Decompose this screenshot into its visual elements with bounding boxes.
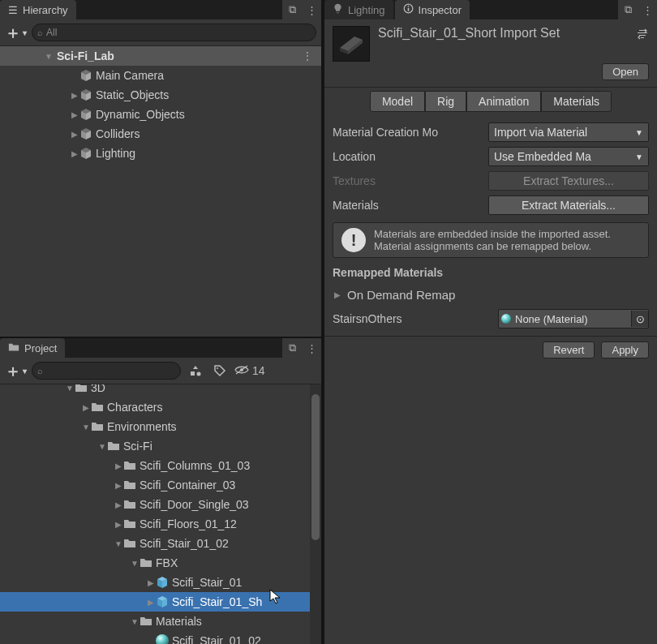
hierarchy-item[interactable]: ▶Dynamic_Objects: [0, 105, 321, 124]
extract-materials-button[interactable]: Extract Materials...: [488, 195, 649, 215]
foldout-icon[interactable]: ▶: [333, 290, 342, 299]
foldout-icon[interactable]: ▶: [114, 481, 123, 490]
svg-point-1: [217, 367, 218, 369]
hierarchy-search-input[interactable]: ⌕ All: [32, 24, 316, 41]
foldout-icon[interactable]: ▶: [70, 130, 79, 139]
hierarchy-item[interactable]: ▶Lighting: [0, 144, 321, 163]
project-item[interactable]: ▼3D: [0, 384, 321, 397]
project-item-label: Scifi_Stair_01_02: [140, 537, 229, 550]
hierarchy-scene-menu-icon[interactable]: ⋮: [302, 49, 313, 62]
project-item-label: Scifi_Door_Single_03: [140, 498, 249, 511]
foldout-icon[interactable]: ▶: [81, 403, 91, 412]
location-dropdown[interactable]: Use Embedded Ma ▼: [488, 147, 649, 166]
info-message-text: Materials are embedded inside the import…: [374, 228, 640, 252]
project-item[interactable]: ▼Scifi_Stair_01_02: [0, 534, 321, 553]
project-filter-by-type-icon[interactable]: [186, 361, 205, 380]
project-add-button[interactable]: ＋▾: [5, 360, 27, 382]
foldout-icon[interactable]: ▶: [114, 520, 123, 529]
info-message: ! Materials are embedded inside the impo…: [333, 222, 649, 258]
apply-button[interactable]: Apply: [601, 341, 649, 358]
folder-icon: [140, 615, 152, 628]
subtab-model[interactable]: Model: [370, 91, 425, 112]
hierarchy-scene-row[interactable]: ▼ Sci-Fi_Lab ⋮: [0, 46, 321, 66]
inspector-preset-icon[interactable]: [636, 26, 649, 43]
inspector-detach-icon[interactable]: ⧉: [618, 0, 638, 19]
prefab-icon: [156, 576, 169, 589]
project-item[interactable]: ▼Sci-Fi: [0, 436, 321, 456]
materials-row: Materials Extract Materials...: [324, 193, 657, 217]
asset-thumbnail: [333, 26, 370, 62]
hierarchy-item[interactable]: Main Camera: [0, 66, 321, 85]
inspector-tab[interactable]: Inspector: [395, 0, 470, 19]
foldout-icon[interactable]: ▼: [44, 52, 54, 61]
hierarchy-detach-icon[interactable]: ⧉: [282, 0, 302, 19]
hierarchy-item-label: Static_Objects: [96, 88, 169, 101]
material-slot-field[interactable]: None (Material) ⊙: [498, 309, 649, 328]
hierarchy-add-button[interactable]: ＋▾: [5, 22, 27, 44]
project-item-label: Scifi_Columns_01_03: [140, 459, 250, 472]
folder-icon: [91, 401, 104, 414]
foldout-icon[interactable]: ▼: [81, 423, 91, 431]
hierarchy-menu-icon[interactable]: ⋮: [302, 0, 321, 19]
lighting-tab[interactable]: Lighting: [324, 0, 393, 19]
foldout-icon[interactable]: ▶: [146, 598, 156, 607]
foldout-icon[interactable]: ▶: [146, 578, 156, 587]
subtab-rig[interactable]: Rig: [425, 91, 466, 112]
project-item[interactable]: ▼FBX: [0, 553, 321, 573]
foldout-icon[interactable]: ▼: [130, 617, 140, 626]
project-item[interactable]: ▶Scifi_Door_Single_03: [0, 495, 321, 514]
foldout-icon[interactable]: ▶: [70, 149, 79, 158]
info-icon: [403, 3, 414, 16]
foldout-icon[interactable]: ▶: [114, 500, 123, 509]
project-tab[interactable]: Project: [0, 338, 65, 358]
material-slot-value: None (Material): [513, 313, 631, 325]
foldout-icon[interactable]: ▼: [97, 442, 107, 451]
extract-textures-button: Extract Textures...: [488, 171, 649, 191]
foldout-icon[interactable]: ▼: [130, 559, 140, 568]
hierarchy-tab[interactable]: ☰ Hierarchy: [0, 0, 76, 19]
lighting-tab-label: Lighting: [348, 4, 385, 16]
project-item[interactable]: ▶Scifi_Stair_01: [0, 573, 321, 592]
project-item-label: Environments: [107, 420, 177, 433]
hierarchy-item[interactable]: ▶Colliders: [0, 124, 321, 144]
project-item[interactable]: ▶Scifi_Container_03: [0, 475, 321, 495]
chevron-down-icon: ▼: [635, 128, 643, 137]
inspector-menu-icon[interactable]: ⋮: [638, 0, 657, 19]
subtab-animation[interactable]: Animation: [466, 91, 541, 112]
project-item[interactable]: ▼Materials: [0, 612, 321, 631]
object-picker-icon[interactable]: ⊙: [631, 311, 648, 327]
project-detach-icon[interactable]: ⧉: [282, 338, 302, 358]
subtab-materials[interactable]: Materials: [541, 91, 612, 112]
on-demand-remap-row[interactable]: ▶ On Demand Remap: [324, 282, 657, 307]
project-item[interactable]: Scifi_Stair_01_02: [0, 631, 321, 644]
foldout-icon[interactable]: ▶: [114, 462, 123, 470]
hierarchy-item[interactable]: ▶Static_Objects: [0, 85, 321, 105]
material-creation-mode-value: Import via Material: [494, 126, 587, 139]
project-menu-icon[interactable]: ⋮: [302, 338, 321, 358]
hierarchy-item-label: Colliders: [96, 127, 140, 140]
project-item[interactable]: ▶Scifi_Columns_01_03: [0, 456, 321, 475]
project-hidden-toggle[interactable]: 14: [234, 364, 265, 378]
foldout-icon[interactable]: ▶: [70, 91, 79, 100]
hierarchy-item-label: Lighting: [96, 147, 135, 160]
lightbulb-icon: [333, 3, 343, 16]
foldout-icon[interactable]: ▼: [65, 384, 75, 393]
foldout-icon[interactable]: ▼: [114, 539, 123, 548]
open-button[interactable]: Open: [602, 63, 649, 80]
hierarchy-tab-label: Hierarchy: [23, 4, 68, 16]
project-scrollbar[interactable]: [310, 384, 321, 644]
project-item[interactable]: ▶Scifi_Floors_01_12: [0, 514, 321, 534]
project-search-input[interactable]: ⌕: [32, 362, 181, 380]
hierarchy-scene-label: Sci-Fi_Lab: [57, 49, 114, 62]
location-label: Location: [333, 150, 483, 163]
project-item[interactable]: ▶Scifi_Stair_01_Sh: [0, 592, 321, 612]
material-creation-mode-dropdown[interactable]: Import via Material ▼: [488, 122, 649, 142]
gameobject-icon: [79, 69, 92, 82]
project-item[interactable]: ▶Characters: [0, 397, 321, 417]
project-item[interactable]: ▼Environments: [0, 417, 321, 436]
foldout-icon[interactable]: ▶: [70, 110, 79, 119]
folder-icon: [123, 498, 136, 511]
material-icon: [499, 311, 513, 326]
project-filter-by-label-icon[interactable]: [210, 361, 230, 380]
revert-button[interactable]: Revert: [543, 341, 595, 358]
